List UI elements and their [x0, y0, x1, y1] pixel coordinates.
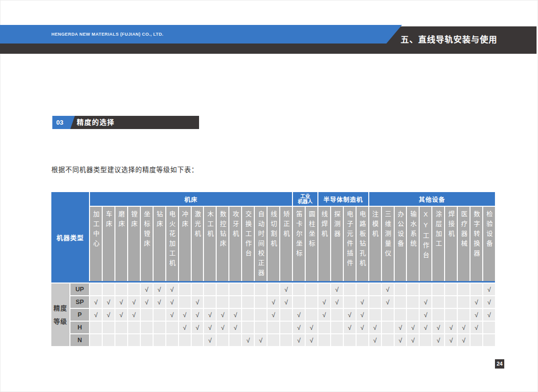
column-header-text: 矫正机 — [283, 211, 290, 240]
check-cell: √ — [420, 296, 431, 308]
check-cell: √ — [280, 283, 292, 295]
column-header-text: XY工作台 — [423, 211, 429, 261]
column-header-text: 数字转换器 — [473, 211, 480, 260]
column-header-text: 木工机 — [207, 211, 213, 240]
section-header-bar: 03 精度的选择 — [52, 116, 199, 129]
check-cell: √ — [166, 283, 178, 295]
empty-cell — [432, 309, 444, 321]
empty-cell — [407, 309, 419, 321]
empty-cell — [306, 309, 317, 321]
check-cell: √ — [217, 322, 228, 333]
empty-cell — [445, 296, 457, 308]
column-header: 数字转换器 — [471, 207, 482, 283]
empty-cell — [382, 309, 394, 321]
column-header: 三维测量仪 — [382, 207, 394, 283]
column-header-text: 自动时间校正器 — [258, 211, 264, 279]
empty-cell — [154, 334, 165, 346]
column-header-text: 笛卡尔坐标 — [295, 211, 302, 260]
empty-cell — [420, 334, 431, 346]
check-cell: √ — [483, 309, 495, 321]
column-header: 医疗器械 — [458, 207, 470, 283]
empty-cell — [357, 334, 368, 346]
check-cell: √ — [407, 334, 419, 346]
column-header: XY工作台 — [420, 207, 431, 283]
row-label: UP — [70, 283, 89, 295]
check-cell: √ — [445, 322, 457, 333]
column-header: 电路板钻孔机 — [357, 207, 368, 283]
column-header: 钻床 — [154, 207, 165, 283]
column-header: 圆柱坐标 — [306, 207, 317, 283]
empty-cell — [357, 283, 368, 295]
empty-cell — [103, 334, 114, 346]
empty-cell — [255, 322, 267, 333]
column-header: 检验设备 — [483, 207, 495, 283]
empty-cell — [204, 296, 216, 308]
empty-cell — [204, 283, 216, 295]
empty-cell — [293, 296, 305, 308]
group-header: 机床 — [90, 192, 292, 206]
column-header: 加工中心 — [90, 207, 102, 283]
column-header-text: 加工中心 — [92, 211, 99, 250]
empty-cell — [395, 283, 406, 295]
check-cell: √ — [357, 309, 368, 321]
row-label: P — [70, 309, 89, 321]
empty-cell — [229, 296, 241, 308]
check-cell: √ — [344, 309, 356, 321]
check-cell: √ — [420, 322, 431, 333]
column-header-text: 线焊机 — [321, 211, 327, 240]
check-cell: √ — [255, 334, 267, 346]
check-cell: √ — [128, 309, 140, 321]
empty-cell — [192, 283, 203, 295]
empty-cell — [344, 334, 356, 346]
check-cell: √ — [458, 322, 470, 333]
chapter-title: 五、直线导轨安装与使用 — [401, 26, 497, 54]
company-name: HENGERDA NEW MATERIALS (FUJIAN) CO., LTD… — [0, 25, 402, 44]
empty-cell — [432, 296, 444, 308]
empty-cell — [128, 334, 140, 346]
check-cell: √ — [242, 334, 254, 346]
check-cell: √ — [115, 309, 127, 321]
check-cell: √ — [229, 322, 241, 333]
empty-cell — [306, 283, 317, 295]
check-cell: √ — [90, 296, 102, 308]
check-cell: √ — [318, 309, 330, 321]
group-header: 其他设备 — [369, 192, 495, 206]
column-header-text: 磨床 — [118, 211, 124, 230]
empty-cell — [420, 283, 431, 295]
table-blue-divider — [51, 281, 495, 283]
empty-cell — [382, 334, 394, 346]
column-header-text: 线切割机 — [270, 211, 277, 250]
empty-cell — [217, 283, 228, 295]
column-header: 笛卡尔坐标 — [293, 207, 305, 283]
empty-cell — [407, 283, 419, 295]
empty-cell — [141, 322, 153, 333]
check-cell: √ — [395, 322, 406, 333]
empty-cell — [141, 309, 153, 321]
column-header-text: 车床 — [105, 211, 112, 230]
column-header: 镗床 — [128, 207, 140, 283]
check-cell: √ — [103, 309, 114, 321]
empty-cell — [395, 296, 406, 308]
check-cell: √ — [268, 309, 279, 321]
empty-cell — [268, 283, 279, 295]
check-cell: √ — [192, 309, 203, 321]
empty-cell — [331, 334, 343, 346]
check-cell: √ — [369, 322, 381, 333]
page-number-badge: 24 — [495, 359, 504, 369]
empty-cell — [115, 283, 127, 295]
check-cell: √ — [268, 296, 279, 308]
column-header: 电火花加工机 — [166, 207, 178, 283]
column-header-text: 激光机 — [194, 211, 201, 240]
column-header-text: 涂层加工 — [435, 211, 442, 250]
empty-cell — [471, 334, 482, 346]
column-header-text: 交换工作台 — [245, 211, 251, 260]
empty-cell — [103, 322, 114, 333]
precision-table: 机器类型机床工业机器人半导体制造机其他设备加工中心车床磨床镗床坐标镗床钻床电火花… — [51, 192, 495, 346]
empty-cell — [458, 296, 470, 308]
empty-cell — [242, 296, 254, 308]
column-header-text: 电路板钻孔机 — [359, 211, 365, 269]
check-cell: √ — [166, 309, 178, 321]
row-label: N — [70, 334, 89, 346]
check-cell: √ — [204, 322, 216, 333]
column-header-text: 医疗器械 — [461, 211, 467, 250]
